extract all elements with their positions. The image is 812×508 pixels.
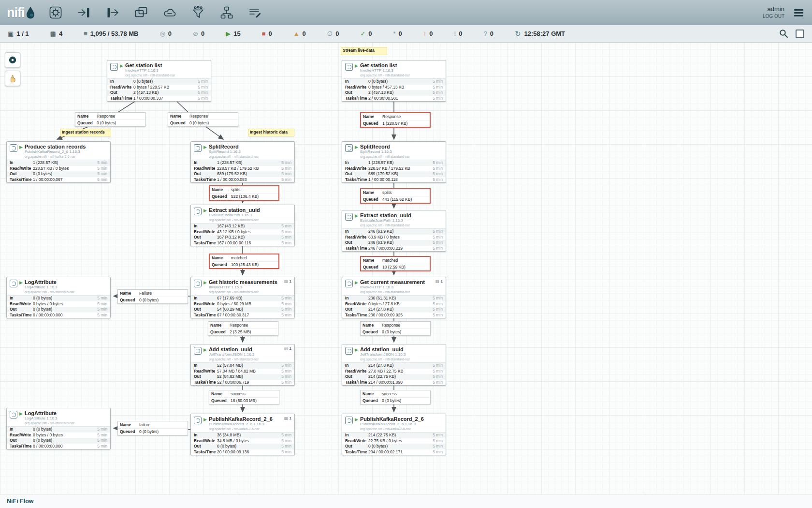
connection-failure-top[interactable]: NameFailureQueued0 (0 bytes) (117, 289, 188, 304)
stat-window: 5 min (433, 160, 443, 166)
processor-titles: LogAttributeLogAttribute 1.16.3org.apach… (25, 410, 107, 425)
stat-window: 5 min (281, 438, 291, 444)
connection-response-left-2[interactable]: NameResponseQueued0 (0 bytes) (168, 112, 238, 127)
stat-window: 5 min (433, 363, 443, 369)
connection-splits-left[interactable]: NamesplitsQueued522 (136.4 KB) (209, 185, 279, 201)
process-group-icon[interactable] (133, 5, 149, 20)
processor-split-record-right[interactable]: ▶SplitRecordSplitRecord 1.16.3org.apache… (342, 141, 446, 183)
connection-matched-left[interactable]: NamematchedQueued100 (25.43 KB) (209, 254, 279, 269)
processor-log-attribute-bottom[interactable]: ▶LogAttributeLogAttribute 1.16.3org.apac… (6, 408, 111, 449)
processor-type: SplitRecord 1.16.3 (360, 149, 443, 154)
flow-canvas[interactable]: NiFi Flow Ingest station recordsIngest h… (0, 43, 812, 508)
run-status-running-icon: ▶ (19, 411, 23, 417)
connection-name-value: Response (189, 114, 208, 119)
connection-matched-right[interactable]: NamematchedQueued10 (2.59 KB) (360, 256, 431, 271)
canvas-label[interactable]: Ingest historic data (248, 129, 294, 136)
connection-response-right[interactable]: NameResponseQueued1 (228.57 KB) (360, 112, 431, 128)
stat-value: 0 (0 bytes) (368, 79, 433, 85)
connection-splits-right[interactable]: NamesplitsQueued443 (115.62 KB) (360, 188, 431, 204)
canvas-label[interactable]: Stream live-data (341, 47, 387, 55)
processor-add-station-uuid-right[interactable]: ▶Add station_uuidJoltTransformJSON 1.16.… (342, 344, 446, 386)
processor-get-station-list-left[interactable]: ▶Get station listInvokeHTTP 1.16.3org.ap… (107, 60, 211, 102)
input-port-icon[interactable] (76, 5, 92, 20)
connection-queued-value: 0 (0 bytes) (139, 298, 159, 303)
connection-name-value: Response (97, 114, 115, 119)
connection-response-current[interactable]: NameResponseQueued0 (0 bytes) (360, 321, 431, 336)
stat-window: 5 min (281, 444, 291, 449)
connection-name-value: Failure (139, 291, 152, 296)
stat-window: 5 min (97, 427, 107, 433)
search-icon[interactable] (779, 29, 788, 38)
panel-toggle-icon[interactable] (796, 30, 804, 38)
stat-value: 689 (179.52 KB) (217, 171, 281, 177)
connection-response-left-1[interactable]: NameResponseQueued0 (0 bytes) (75, 112, 145, 127)
statusbar-right (779, 29, 804, 38)
stat-row-tasks-time: Tasks/Time1 / 00:00:00.0675 min (7, 177, 110, 183)
connection-name-row: Namesuccess (209, 390, 279, 397)
connection-name-value: Response (230, 323, 248, 328)
stat-row-in: In167 (43.12 KB)5 min (191, 224, 294, 229)
stat-row-in: In36 (34.8 MB)5 min (191, 433, 294, 438)
status-item-sync-failure: ?0 (483, 30, 493, 37)
stat-value: 2 / 00:00:00.501 (368, 96, 433, 102)
processor-produce-station-records[interactable]: ▶Produce station recordsPublishKafkaReco… (6, 141, 111, 183)
stat-value: 1 (228.57 KB) (33, 160, 97, 166)
output-port-icon[interactable] (105, 5, 120, 20)
template-icon[interactable] (219, 5, 234, 20)
processor-header: ▶Get station listInvokeHTTP 1.16.3org.ap… (342, 60, 446, 78)
connection-response-historic[interactable]: NameResponseQueued2 (3.25 MB) (208, 321, 278, 336)
processor-add-station-uuid-left[interactable]: ▶Add station_uuidJoltTransformJSON 1.16.… (190, 344, 295, 386)
stat-row-out: Out689 (179.52 KB)5 min (342, 171, 446, 177)
processor-get-current-measurement[interactable]: ▶Get current measurementInvokeHTTP 1.16.… (342, 277, 446, 318)
stat-label: In (10, 296, 33, 301)
connection-queued-key: Queued (362, 398, 380, 403)
processor-icon[interactable] (48, 5, 63, 20)
status-bar: ▣1 / 1▦4≡1,095 / 53.78 MB◎0⊘0▶15■0▲0∅0✓0… (0, 25, 812, 43)
active-threads-count: 1 (290, 416, 291, 420)
stat-window: 5 min (433, 171, 443, 177)
processor-get-historic-measurements[interactable]: ▶Get historic measurementsInvokeHTTP 1.1… (190, 277, 295, 318)
logout-link[interactable]: LOG OUT (763, 13, 784, 20)
status-count-disabled: 0 (335, 30, 339, 37)
connection-success-right[interactable]: NamesuccessQueued0 (0 bytes) (360, 390, 431, 404)
stat-label: In (345, 433, 368, 438)
stat-label: Tasks/Time (345, 246, 368, 252)
processor-split-record-left[interactable]: ▶SplitRecordSplitRecord 1.16.3org.apache… (190, 141, 295, 183)
processor-log-attribute-top[interactable]: ▶LogAttributeLogAttribute 1.16.3org.apac… (6, 277, 111, 318)
stat-row-read-write: Read/Write0 bytes / 60.29 MB5 min (191, 301, 294, 307)
connection-queued-row: Queued443 (115.62 KB) (361, 196, 430, 203)
connection-name-key: Name (211, 391, 229, 397)
invalid-icon: ▲ (293, 30, 300, 37)
stat-label: Read/Write (345, 235, 368, 240)
global-menu-button[interactable] (792, 7, 805, 18)
stat-value: 236 / 00:00:09.925 (368, 313, 433, 318)
stat-row-in: In236 (61.31 KB)5 min (342, 296, 446, 301)
stat-window: 5 min (281, 171, 291, 177)
connection-queued-row: Queued100 (25.43 KB) (210, 261, 278, 269)
processor-type: PublishKafkaRecord_2_6 1.16.3 (209, 422, 291, 427)
label-icon[interactable] (247, 5, 263, 20)
processor-stats: In236 (61.31 KB)5 minRead/Write0 bytes /… (342, 295, 446, 318)
canvas-label[interactable]: Ingest station records (60, 129, 111, 136)
funnel-icon[interactable] (190, 5, 206, 20)
processor-extract-station-uuid-left[interactable]: ▶Extract station_uuidEvaluateJsonPath 1.… (190, 205, 295, 246)
remote-process-group-icon[interactable] (162, 5, 177, 20)
processor-publish-kafka-left[interactable]: ▶PublishKafkaRecord_2_6PublishKafkaRecor… (190, 414, 295, 455)
connection-failure-bottom[interactable]: NamefailureQueued0 (0 bytes) (117, 421, 188, 435)
processor-get-station-list-right[interactable]: ▶Get station listInvokeHTTP 1.16.3org.ap… (342, 60, 446, 102)
stat-row-out: Out2 (457.13 KB)5 min (107, 90, 211, 96)
connection-queued-key: Queued (363, 197, 380, 202)
status-count-stopped: 0 (269, 30, 272, 37)
not-transmitting-icon: ⊘ (193, 30, 198, 37)
processor-extract-station-uuid-right[interactable]: ▶Extract station_uuidEvaluateJsonPath 1.… (342, 210, 446, 252)
stat-row-in: In67 (17.69 KB)5 min (191, 296, 294, 301)
processor-stats: In167 (43.12 KB)5 minRead/Write43.12 KB … (191, 223, 294, 246)
processor-publish-kafka-right[interactable]: ▶PublishKafkaRecord_2_6PublishKafkaRecor… (342, 414, 446, 455)
refresh-icon[interactable]: ↻ (515, 30, 521, 38)
status-count-queued: 1,095 / 53.78 MB (90, 30, 139, 37)
connection-success-left[interactable]: NamesuccessQueued16 (50.03 MB) (209, 390, 279, 404)
status-count-locally-modified-stale: 0 (459, 30, 462, 37)
stat-label: Out (345, 444, 368, 449)
stat-value: 246 / 00:00:00.219 (368, 246, 433, 252)
connection-name-key: Name (362, 323, 380, 328)
